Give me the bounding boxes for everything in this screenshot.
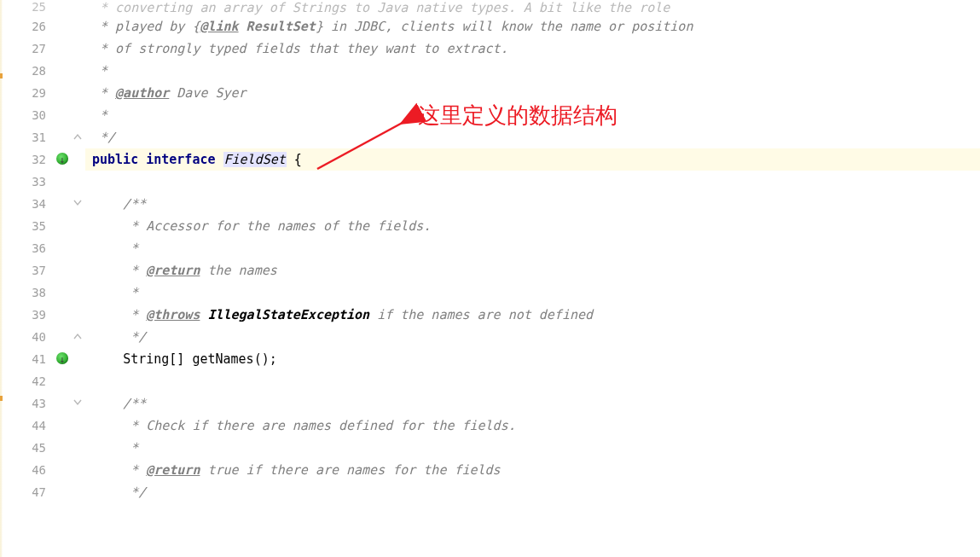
code-line[interactable]: *	[85, 60, 980, 82]
line-number[interactable]: 41↓	[0, 348, 85, 370]
code-line[interactable]: /**	[85, 392, 980, 415]
comment-text: * converting an array of Strings to Java…	[92, 0, 670, 15]
code-line[interactable]: * Check if there are names defined for t…	[85, 415, 980, 437]
code-line[interactable]: *	[85, 281, 980, 304]
code-line[interactable]: public interface FieldSet {	[85, 148, 980, 171]
comment-text: * Accessor for the names of the fields.	[92, 218, 431, 234]
line-number[interactable]: 39	[0, 304, 85, 326]
return-type: String[]	[123, 351, 192, 367]
code-line[interactable]: * of strongly typed fields that they wan…	[85, 38, 980, 60]
line-number[interactable]: 37	[0, 259, 85, 281]
exception-type: IllegalStateException	[200, 307, 369, 322]
javadoc-link: ResultSet	[239, 19, 316, 34]
line-number[interactable]: 42	[0, 370, 85, 392]
line-number[interactable]: 33	[0, 171, 85, 193]
fold-close-icon[interactable]	[72, 131, 84, 142]
code-line[interactable]	[85, 171, 980, 193]
javadoc-tag: @return	[146, 263, 200, 278]
line-number[interactable]: 44	[0, 415, 85, 437]
code-line[interactable]: * converting an array of Strings to Java…	[85, 0, 980, 15]
fold-open-icon[interactable]	[72, 397, 84, 409]
comment-text: *	[92, 107, 107, 123]
line-number[interactable]: 30	[0, 104, 85, 126]
line-number[interactable]: 47	[0, 481, 85, 503]
line-number[interactable]: 45	[0, 437, 85, 459]
line-number[interactable]: 25	[0, 0, 85, 15]
javadoc-tag: @return	[146, 462, 200, 478]
line-number[interactable]: 29	[0, 82, 85, 104]
javadoc-tag: @author	[115, 85, 169, 101]
comment-text: */	[92, 130, 115, 145]
code-line[interactable]: * @return the names	[85, 259, 980, 281]
comment-text: *	[92, 63, 107, 78]
code-line[interactable]: * played by {@link ResultSet} in JDBC, c…	[85, 15, 980, 38]
line-number[interactable]: 27	[0, 38, 85, 60]
line-number[interactable]: 26	[0, 15, 85, 38]
line-number[interactable]: 43	[0, 392, 85, 415]
code-line[interactable]: *	[85, 104, 980, 126]
line-number[interactable]: 40	[0, 326, 85, 348]
line-number[interactable]: 38	[0, 281, 85, 304]
code-line[interactable]	[85, 370, 980, 392]
javadoc-tag: @link	[200, 19, 238, 34]
code-line[interactable]: String[] getNames();	[85, 348, 980, 370]
comment-text: *	[92, 440, 138, 455]
code-line[interactable]: * @throws IllegalStateException if the n…	[85, 304, 980, 326]
class-name: FieldSet	[223, 152, 287, 167]
code-line[interactable]: */	[85, 126, 980, 148]
code-line[interactable]: *	[85, 237, 980, 259]
implements-icon[interactable]	[56, 352, 68, 364]
comment-text: */	[92, 484, 146, 500]
code-line[interactable]: */	[85, 326, 980, 348]
comment-text: /**	[92, 396, 146, 411]
line-number[interactable]: 36	[0, 237, 85, 259]
comment-text: * Check if there are names defined for t…	[92, 418, 516, 433]
comment-text: * of strongly typed fields that they wan…	[92, 41, 508, 56]
code-line[interactable]: *	[85, 437, 980, 459]
fold-open-icon[interactable]	[72, 197, 84, 209]
fold-close-icon[interactable]	[72, 330, 84, 342]
code-line[interactable]: * @return true if there are names for th…	[85, 459, 980, 481]
line-number[interactable]: 32↓	[0, 148, 85, 171]
keyword: public	[92, 152, 138, 167]
line-number[interactable]: 31	[0, 126, 85, 148]
line-number[interactable]: 46	[0, 459, 85, 481]
javadoc-tag: @throws	[146, 307, 200, 322]
comment-text: /**	[92, 196, 146, 212]
line-number[interactable]: 28	[0, 60, 85, 82]
method-name: getNames	[192, 351, 253, 367]
implements-icon[interactable]	[56, 153, 68, 165]
comment-text: *	[92, 285, 138, 300]
comment-text: *	[92, 241, 138, 256]
code-line[interactable]: * @author Dave Syer	[85, 82, 980, 104]
line-number[interactable]: 35	[0, 215, 85, 237]
line-number-gutter[interactable]: 2526272829303132↓333435363738394041↓4243…	[0, 0, 85, 557]
comment-text: */	[92, 329, 146, 345]
code-line[interactable]: /**	[85, 193, 980, 215]
code-editor: 2526272829303132↓333435363738394041↓4243…	[0, 0, 980, 557]
keyword: interface	[146, 152, 215, 167]
code-line[interactable]: */	[85, 481, 980, 503]
code-line[interactable]: * Accessor for the names of the fields.	[85, 215, 980, 237]
code-area[interactable]: * converting an array of Strings to Java…	[85, 0, 980, 557]
line-number[interactable]: 34	[0, 193, 85, 215]
